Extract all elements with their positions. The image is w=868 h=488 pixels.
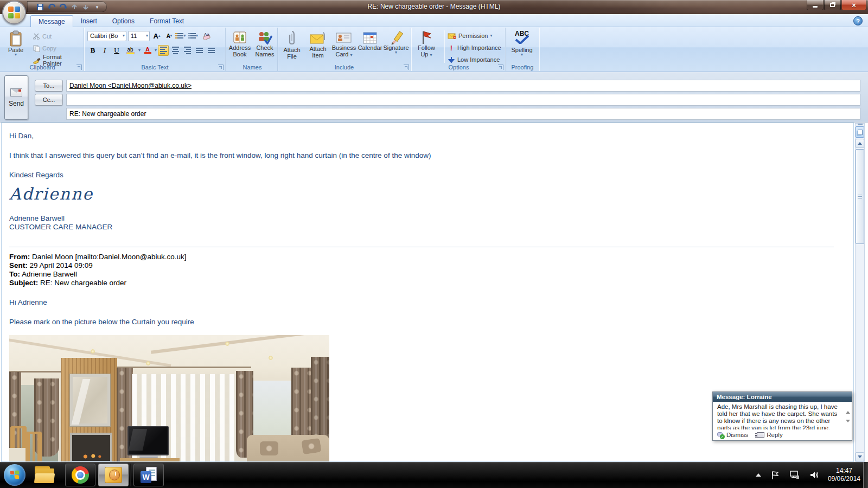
minimize-button[interactable]: [807, 0, 824, 10]
signature-button[interactable]: Signature ▾: [383, 29, 409, 63]
previous-item-icon[interactable]: [69, 2, 79, 11]
font-family-value: Calibri (Bo: [90, 33, 118, 39]
reply-button[interactable]: Reply: [757, 432, 782, 438]
paste-button[interactable]: Paste ▾: [3, 29, 29, 63]
include-dialog-launcher[interactable]: [404, 65, 409, 70]
tab-format-text[interactable]: Format Text: [142, 15, 192, 27]
show-hidden-icons-button[interactable]: [756, 473, 761, 477]
check-names-label-2: Names: [256, 51, 275, 57]
calendar-label: Calendar: [358, 44, 382, 51]
increase-indent-button[interactable]: [206, 45, 216, 56]
tab-options[interactable]: Options: [105, 15, 142, 27]
attach-file-button[interactable]: Attach File: [279, 29, 305, 63]
check-names-button[interactable]: Check Names: [252, 29, 277, 63]
subject-field[interactable]: RE: New chargeable order: [66, 108, 860, 120]
high-importance-button[interactable]: ! High Importance: [446, 42, 503, 53]
tab-message[interactable]: Message: [30, 15, 73, 27]
office-button[interactable]: [2, 1, 26, 24]
attach-item-button[interactable]: Attach Item: [305, 29, 331, 63]
align-center-button[interactable]: [170, 45, 181, 56]
alert-title[interactable]: Message: Lorraine: [713, 392, 852, 402]
low-importance-button[interactable]: Low Importance: [446, 54, 503, 65]
scroll-down-button[interactable]: [856, 452, 864, 461]
cc-field[interactable]: [66, 94, 860, 106]
bullets-button[interactable]: ▾: [176, 30, 187, 41]
font-color-button[interactable]: A: [142, 45, 154, 56]
cc-button[interactable]: Cc...: [35, 94, 63, 106]
word-taskbar-button[interactable]: W: [133, 464, 164, 486]
svg-text:Aa: Aa: [204, 32, 209, 37]
reading-options-button[interactable]: [856, 126, 864, 138]
decrease-indent-button[interactable]: [194, 45, 205, 56]
business-card-button[interactable]: Business Card ▾: [331, 29, 357, 63]
restore-button[interactable]: [824, 0, 841, 10]
shrink-font-button[interactable]: A▾: [164, 30, 175, 41]
help-button[interactable]: ?: [853, 16, 863, 25]
address-book-label-2: Book: [233, 51, 246, 57]
quoted-sent-label: Sent:: [9, 261, 28, 269]
bold-button[interactable]: B: [87, 45, 98, 56]
address-book-button[interactable]: Address Book: [227, 29, 252, 63]
scroll-up-button[interactable]: [856, 139, 864, 148]
attach-item-label-2: Item: [312, 52, 323, 59]
network-icon[interactable]: [789, 471, 800, 479]
save-icon[interactable]: [35, 2, 45, 11]
copy-button[interactable]: Copy: [31, 43, 84, 54]
to-button[interactable]: To...: [35, 80, 63, 92]
alert-scroll-down-icon[interactable]: [846, 422, 850, 429]
basic-text-group-label: Basic Text: [85, 64, 225, 70]
dismiss-button[interactable]: ✓ Dismiss: [717, 432, 748, 438]
to-field[interactable]: Daniel Moon <Daniel.Moon@abiuk.co.uk>: [66, 80, 860, 92]
italic-button[interactable]: I: [99, 45, 110, 56]
scroll-thumb[interactable]: [856, 149, 864, 244]
options-dialog-launcher[interactable]: [498, 65, 503, 70]
split-handle[interactable]: [858, 124, 863, 125]
quoted-from-value: Daniel Moon [mailto:Daniel.Moon@abiuk.co…: [30, 253, 186, 261]
font-family-combo[interactable]: Calibri (Bo▾: [87, 31, 126, 41]
align-right-button[interactable]: [182, 45, 193, 56]
copy-icon: [33, 45, 40, 52]
send-button[interactable]: Send: [4, 75, 28, 120]
follow-up-button[interactable]: Follow Up ▾: [413, 29, 439, 63]
numbering-button[interactable]: ▾: [189, 30, 200, 41]
chrome-taskbar-button[interactable]: [65, 464, 95, 486]
alert-scroll-up-icon[interactable]: [846, 404, 850, 412]
underline-button[interactable]: U: [111, 45, 122, 56]
grow-font-button[interactable]: A▴: [151, 30, 162, 41]
font-size-combo[interactable]: 11▾: [128, 31, 150, 41]
highlight-dropdown-icon[interactable]: ▾: [138, 49, 141, 52]
redo-icon[interactable]: [58, 2, 68, 11]
calendar-button[interactable]: Calendar: [357, 29, 383, 63]
start-button[interactable]: [4, 464, 25, 486]
spelling-icon: ABC: [514, 30, 530, 47]
highlight-button[interactable]: ab: [123, 45, 137, 56]
show-desktop-button[interactable]: [863, 462, 868, 488]
customize-qat-icon[interactable]: ▾: [92, 2, 102, 11]
outlook-taskbar-button[interactable]: [98, 464, 129, 486]
numbering-icon: [190, 33, 196, 38]
to-recipient[interactable]: Daniel Moon <Daniel.Moon@abiuk.co.uk>: [69, 82, 192, 89]
basic-text-dialog-launcher[interactable]: [218, 65, 224, 70]
clipboard-dialog-launcher[interactable]: [76, 65, 82, 70]
spelling-button[interactable]: ABC Spelling ▾: [509, 29, 535, 63]
chrome-icon: [72, 466, 89, 484]
align-left-button[interactable]: [158, 45, 169, 56]
taskbar-clock[interactable]: 14:47 09/06/2014: [828, 467, 860, 483]
close-button[interactable]: ×: [841, 0, 866, 10]
attach-item-icon: [310, 30, 326, 46]
tab-insert[interactable]: Insert: [73, 15, 105, 27]
new-mail-desktop-alert[interactable]: Message: Lorraine Ade, Mrs Marshall is c…: [712, 391, 852, 441]
cut-button[interactable]: Cut: [31, 31, 84, 42]
permission-button[interactable]: Permission ▾: [446, 30, 503, 41]
undo-icon[interactable]: [47, 2, 56, 11]
volume-icon[interactable]: [809, 471, 819, 479]
address-book-label-1: Address: [229, 44, 251, 51]
clear-formatting-button[interactable]: Aa: [201, 30, 212, 41]
action-center-flag-icon[interactable]: [771, 471, 780, 480]
dismiss-label: Dismiss: [726, 432, 748, 438]
next-item-icon[interactable]: [81, 2, 91, 11]
explorer-taskbar-button[interactable]: [35, 468, 54, 483]
attach-item-label-1: Attach: [309, 46, 326, 52]
font-color-dropdown-icon[interactable]: ▾: [155, 49, 157, 52]
align-right-icon: [184, 47, 191, 54]
